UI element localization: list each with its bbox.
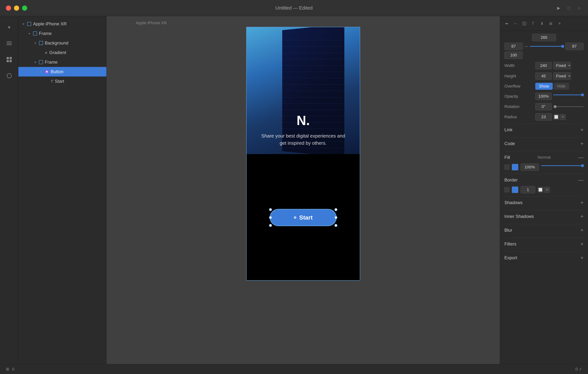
- position-bottom-input[interactable]: [504, 52, 523, 59]
- border-minus-button[interactable]: —: [578, 177, 584, 183]
- rotation-input[interactable]: [535, 103, 552, 110]
- titlebar-actions: ▶ □ ○: [556, 5, 582, 11]
- text-align-icon[interactable]: T: [529, 20, 537, 27]
- radius-smooth-icon[interactable]: ⟳: [560, 114, 566, 120]
- layers-list: ▾ Apple iPhone XR ▾ Frame ▾ Background ▾…: [18, 16, 106, 364]
- border-checkbox[interactable]: [504, 187, 510, 192]
- selection-handle-ml[interactable]: [269, 216, 272, 219]
- window-title: Untitled — Edited: [275, 5, 313, 11]
- grid-button[interactable]: [4, 54, 14, 65]
- expand-icon: ▾: [41, 70, 44, 74]
- layer-item-background[interactable]: ▾ Background: [18, 38, 106, 48]
- code-add-button[interactable]: +: [580, 140, 584, 147]
- blur-label: Blur: [504, 228, 512, 233]
- svg-rect-5: [7, 60, 9, 62]
- layer-item-apple-iphone-xr[interactable]: ▾ Apple iPhone XR: [18, 19, 106, 29]
- link-add-button[interactable]: +: [580, 127, 584, 133]
- xy-slider[interactable]: [530, 46, 564, 47]
- border-width-input[interactable]: [521, 186, 535, 193]
- svg-rect-4: [10, 57, 12, 59]
- inner-shadows-section: Inner Shadows +: [504, 210, 584, 223]
- statusbar-left: ⊞ 0: [6, 367, 14, 372]
- radius-round-icon[interactable]: ⬜: [553, 114, 559, 120]
- minimize-button[interactable]: [14, 6, 19, 11]
- group-icon: ◈: [45, 51, 47, 55]
- radius-input[interactable]: [535, 113, 552, 121]
- titlebar: Untitled — Edited ▶ □ ○: [0, 0, 588, 16]
- comment-icon[interactable]: ○: [576, 5, 582, 11]
- play-icon[interactable]: ▶: [556, 5, 562, 11]
- maximize-button[interactable]: [22, 6, 27, 11]
- align-left-icon[interactable]: ⬅: [503, 20, 510, 27]
- opacity-slider-container: [553, 95, 584, 98]
- phone-text-area: N. Share your best digital experiences a…: [247, 113, 360, 147]
- add-button[interactable]: +: [4, 22, 14, 32]
- fill-color-swatch[interactable]: [512, 164, 518, 171]
- distribute-h-icon[interactable]: ⊞: [547, 20, 554, 27]
- menu-button[interactable]: [4, 38, 14, 49]
- link-label: Link: [504, 127, 513, 132]
- button-dot: [294, 216, 296, 219]
- selection-handle-bl[interactable]: [269, 224, 272, 227]
- align-center-icon[interactable]: ↔: [512, 20, 519, 27]
- layer-item-start[interactable]: ▾ T Start: [18, 76, 106, 86]
- main-layout: + ▾ Apple iPhone XR ▾ Frame: [0, 16, 588, 364]
- align-bottom-icon[interactable]: ⬇: [538, 20, 546, 27]
- selection-handle-mr[interactable]: [335, 216, 337, 219]
- phone-title: N.: [247, 113, 360, 128]
- overflow-hide-button[interactable]: Hide: [554, 83, 569, 90]
- distribute-v-icon[interactable]: ≡: [556, 20, 563, 27]
- layers-panel: ▾ Apple iPhone XR ▾ Frame ▾ Background ▾…: [18, 16, 106, 364]
- height-constraint-select[interactable]: Fixed Fill Hug: [553, 72, 571, 80]
- layer-item-frame-2[interactable]: ▾ Frame: [18, 57, 106, 67]
- position-bottom-group: [504, 52, 584, 59]
- layer-item-gradient[interactable]: ▾ ◈ Gradient: [18, 48, 106, 57]
- close-button[interactable]: [6, 6, 11, 11]
- position-top-input[interactable]: [532, 34, 556, 41]
- selection-handle-tl[interactable]: [269, 208, 272, 211]
- opacity-input[interactable]: [535, 93, 552, 100]
- selection-handle-tr[interactable]: [335, 208, 337, 211]
- width-constraint-select[interactable]: Fixed Fill Hug: [553, 62, 571, 69]
- border-color-swatch[interactable]: [512, 186, 518, 193]
- opacity-row: Opacity: [504, 93, 584, 100]
- fill-opacity-input[interactable]: [521, 163, 539, 171]
- svg-point-7: [7, 74, 11, 78]
- svg-rect-0: [7, 42, 12, 42]
- canvas-area[interactable]: Apple iPhone XR: [106, 16, 500, 364]
- fill-checkbox[interactable]: [504, 165, 510, 170]
- fill-slider[interactable]: [541, 165, 584, 166]
- panel-content: — Width Fixed Fill Hug: [500, 31, 588, 267]
- start-button[interactable]: Start: [270, 209, 336, 226]
- rotation-slider[interactable]: [553, 106, 584, 107]
- layer-item-frame-1[interactable]: ▾ Frame: [18, 29, 106, 38]
- selection-handle-br[interactable]: [335, 224, 337, 227]
- radius-row: Radius ⬜ ⟳: [504, 113, 584, 121]
- expand-icon: ▾: [23, 22, 26, 26]
- shadows-add-button[interactable]: +: [580, 200, 584, 206]
- layer-item-button[interactable]: ▾ Button: [18, 67, 106, 76]
- layer-label: Gradient: [49, 50, 66, 55]
- frame-icon: [27, 22, 31, 26]
- border-smooth-icon[interactable]: ⟳: [544, 187, 550, 193]
- fill-minus-button[interactable]: —: [578, 154, 584, 160]
- inner-shadows-add-button[interactable]: +: [580, 213, 584, 220]
- export-add-button[interactable]: +: [580, 255, 584, 261]
- overflow-show-button[interactable]: Show: [535, 83, 553, 90]
- align-right-icon[interactable]: ⬛: [521, 20, 528, 27]
- library-button[interactable]: [4, 71, 14, 81]
- export-label: Export: [504, 255, 517, 260]
- height-label: Height: [504, 74, 534, 78]
- radius-actions: ⬜ ⟳: [553, 114, 566, 120]
- border-round-icon[interactable]: ⬜: [537, 187, 543, 193]
- y-input[interactable]: [565, 43, 584, 50]
- height-input[interactable]: [535, 73, 552, 80]
- phone-screen: N. Share your best digital experiences a…: [246, 27, 360, 281]
- filters-add-button[interactable]: +: [580, 241, 584, 247]
- device-icon[interactable]: □: [566, 5, 572, 11]
- width-input[interactable]: [535, 62, 552, 69]
- blur-add-button[interactable]: +: [580, 227, 584, 233]
- x-input[interactable]: [504, 43, 523, 50]
- svg-rect-3: [7, 57, 9, 59]
- opacity-slider[interactable]: [553, 95, 584, 95]
